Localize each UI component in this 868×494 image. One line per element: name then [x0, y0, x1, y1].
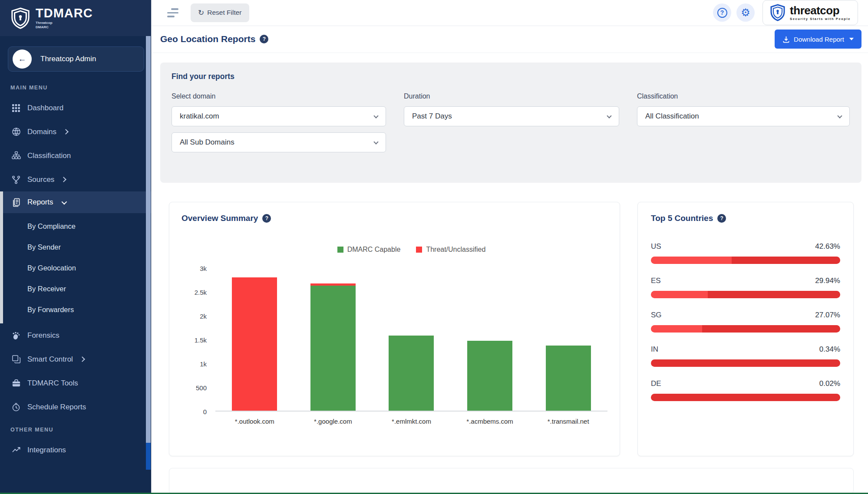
x-axis-label: *.outlook.com [215, 418, 294, 425]
sidebar-item-by-receiver[interactable]: By Receiver [0, 278, 151, 299]
sidebar-item-reports[interactable]: Reports [0, 191, 151, 213]
domain-select[interactable]: kratikal.com [172, 106, 386, 126]
topbar: ↻ Reset Filter ? ⚙ threatcop Security St… [152, 0, 868, 26]
sidebar-menu: Dashboard Domains Classification Sources [0, 96, 151, 419]
classification-select[interactable]: All Classification [637, 106, 850, 126]
brand-tagline: Security Starts with People [790, 17, 851, 21]
sidebar-item-forensics[interactable]: Forensics [0, 323, 151, 347]
overview-help-icon[interactable]: ? [262, 214, 271, 223]
sidebar-item-by-geolocation[interactable]: By Geolocation [0, 257, 151, 278]
overview-summary-card: Overview Summary ? DMARC CapableThreat/U… [169, 202, 620, 456]
overview-x-labels: *.outlook.com*.google.com*.emlmkt.com*.a… [215, 418, 607, 425]
domain-select-value: kratikal.com [180, 112, 219, 121]
sidebar-item-label: Smart Control [27, 355, 73, 364]
sidebar-item-label: Forensics [27, 331, 59, 340]
trend-line-icon [11, 445, 21, 455]
filter-card: Find your reports Select domain kratikal… [160, 63, 861, 183]
legend-label: Threat/Unclassified [426, 246, 485, 254]
country-code: SG [651, 311, 662, 319]
y-axis-tick: 2.5k [195, 289, 207, 296]
globe-icon [11, 127, 21, 137]
bar-*.google.com[interactable] [310, 283, 356, 411]
sidebar-item-by-compliance[interactable]: By Compliance [0, 216, 151, 237]
sidebar-collapse-icon[interactable] [167, 8, 178, 17]
main-menu-label: MAIN MENU [10, 85, 151, 91]
sidebar-item-tdmarc-tools[interactable]: TDMARC Tools [0, 371, 151, 395]
subdomain-select-value: All Sub Domains [180, 138, 234, 147]
page-title-help-icon[interactable]: ? [260, 35, 268, 43]
sidebar-item-schedule-reports[interactable]: Schedule Reports [0, 395, 151, 419]
branch-icon [11, 175, 21, 184]
classification-select-value: All Classification [645, 112, 699, 121]
overview-legend: DMARC CapableThreat/Unclassified [182, 246, 607, 254]
select-domain-label: Select domain [172, 92, 386, 100]
legend-item[interactable]: DMARC Capable [337, 246, 401, 254]
sidebar: TDMARC Threatcop DMARC ← Threatcop Admin… [0, 0, 151, 494]
back-arrow-avatar[interactable]: ← [13, 49, 32, 69]
bar-segment [232, 277, 277, 411]
sidebar-item-domains[interactable]: Domains [0, 120, 151, 144]
legend-label: DMARC Capable [347, 246, 401, 254]
sidebar-item-smart-control[interactable]: Smart Control [0, 347, 151, 371]
sidebar-logo[interactable]: TDMARC Threatcop DMARC [0, 0, 151, 36]
brand-name: threatcop [790, 5, 839, 16]
bar-*.acmbems.com[interactable] [467, 341, 512, 411]
duration-label: Duration [404, 92, 619, 100]
sitemap-icon [11, 151, 21, 161]
country-row: SG27.07% [651, 311, 840, 333]
x-axis-label: *.acmbems.com [451, 418, 529, 425]
reports-section: Reports By Compliance By Sender By Geolo… [0, 191, 151, 323]
settings-button[interactable]: ⚙ [736, 3, 755, 22]
top-countries-help-icon[interactable]: ? [717, 214, 726, 223]
sidebar-item-by-sender[interactable]: By Sender [0, 237, 151, 257]
main-area: ↻ Reset Filter ? ⚙ threatcop Security St… [151, 0, 868, 494]
chevron-down-icon [837, 113, 842, 118]
help-button[interactable]: ? [713, 3, 731, 22]
sidebar-item-label: Reports [27, 198, 53, 207]
sidebar-item-sources[interactable]: Sources [0, 168, 151, 191]
toolbox-icon [11, 379, 21, 388]
bar-segment [310, 286, 356, 411]
country-code: ES [651, 277, 661, 285]
sidebar-item-classification[interactable]: Classification [0, 144, 151, 168]
bar-slot [372, 268, 451, 411]
page-header: Geo Location Reports ? Download Report [152, 26, 868, 53]
bar-*.transmail.net[interactable] [546, 346, 591, 411]
sidebar-item-label: Classification [27, 151, 71, 160]
app-subtitle: Threatcop DMARC [36, 21, 93, 30]
duration-select-value: Past 7 Days [412, 112, 452, 121]
sidebar-item-label: Sources [27, 175, 54, 184]
sidebar-item-by-forwarders[interactable]: By Forwarders [0, 299, 151, 320]
footprint-icon [11, 331, 21, 340]
app-title: TDMARC [36, 7, 93, 20]
duration-select[interactable]: Past 7 Days [404, 106, 619, 126]
bottom-card [169, 468, 854, 494]
chevron-down-icon [373, 113, 378, 118]
download-report-button[interactable]: Download Report [775, 30, 861, 49]
bar-*.emlmkt.com[interactable] [389, 336, 434, 411]
bar-*.outlook.com[interactable] [232, 277, 277, 411]
sidebar-item-label: TDMARC Tools [27, 379, 78, 388]
chevron-down-icon [607, 113, 611, 118]
y-axis-tick: 500 [196, 384, 207, 392]
overview-y-axis: 05001k1.5k2k2.5k3k [182, 268, 215, 412]
x-axis-label: *.google.com [294, 418, 373, 425]
bar-slot [215, 268, 294, 411]
bar-slot [294, 268, 373, 411]
download-icon [782, 36, 790, 43]
sidebar-item-integrations[interactable]: Integrations [0, 438, 151, 462]
legend-swatch [416, 247, 422, 253]
admin-profile-card[interactable]: ← Threatcop Admin [8, 46, 144, 72]
report-document-icon [11, 198, 21, 207]
subdomain-select[interactable]: All Sub Domains [172, 132, 386, 152]
sidebar-scrollbar-track[interactable] [146, 443, 151, 470]
legend-item[interactable]: Threat/Unclassified [416, 246, 485, 254]
dashboard-grid-icon [11, 103, 21, 113]
reset-filter-button[interactable]: ↻ Reset Filter [191, 3, 249, 22]
bar-slot [529, 268, 607, 411]
sidebar-scrollbar-thumb[interactable] [146, 36, 151, 443]
sidebar-item-dashboard[interactable]: Dashboard [0, 96, 151, 120]
legend-swatch [337, 247, 343, 253]
sidebar-item-label: Domains [27, 128, 56, 136]
overview-plot [215, 268, 607, 412]
